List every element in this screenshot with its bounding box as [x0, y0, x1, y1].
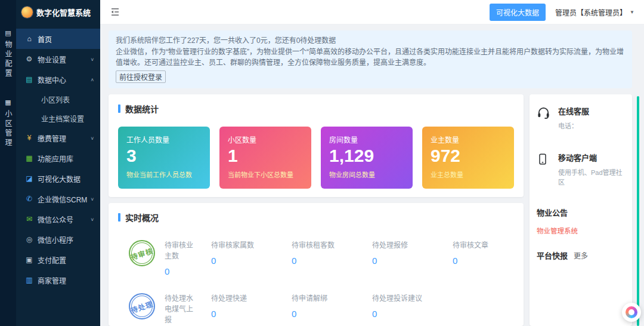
chart-icon: ◪	[24, 174, 35, 183]
top-bar: 可视化大数据 管理员【系统管理员】 ▼	[100, 0, 644, 24]
mobile-client-item[interactable]: 移动客户端 使用手机、Pad管理社区	[537, 152, 625, 186]
chevron-down-icon: ∨	[90, 217, 94, 222]
gear-icon: ⚙	[24, 55, 35, 63]
overview-stat[interactable]: 待审核租客数 0	[292, 240, 372, 266]
app-logo-icon	[21, 7, 33, 18]
banner-line1: 我们系统陪伴您工作了227天，您一共收入了0元，您还有0待处理数据	[116, 35, 625, 47]
more-link[interactable]: 更多	[574, 250, 588, 260]
overview-card: 实时概况 待审核 待审核业主数 0 待审核家属数	[109, 203, 524, 326]
stat-label: 工作人员数量	[126, 134, 202, 144]
online-service-item[interactable]: 在线客服 电话：	[537, 105, 625, 130]
overview-stat[interactable]: 待审核家属数 0	[211, 240, 292, 266]
bigdata-button[interactable]: 可视化大数据	[490, 4, 546, 21]
overview-stat-label: 待申请解绑	[292, 293, 372, 304]
overview-stat-label: 待处理快递	[211, 293, 292, 304]
sidebar-item-merchant-manage[interactable]: ▥ 商家管理	[16, 270, 100, 290]
auth-login-button[interactable]: 前往授权登录	[116, 70, 166, 83]
miniprogram-icon: ◎	[24, 235, 35, 244]
overview-stat-value: 0	[372, 309, 453, 319]
stat-value: 1,129	[329, 146, 404, 167]
sidebar-item-data-center[interactable]: ▤ 数据中心 ∧	[16, 69, 100, 90]
app-window: ▤ 物业配置 ▦ 小区管理 数字化智慧系统 ⌂ 首页 ⚙ 物业设置 ∨ ▤	[0, 0, 644, 326]
stats-card: 数据统计 工作人员数量 3 物业当前工作人员总数 小区数量 1 当	[109, 94, 524, 197]
chevron-up-icon: ∧	[90, 77, 94, 82]
main-area: 可视化大数据 管理员【系统管理员】 ▼ 我们系统陪伴您工作了227天，您一共收入…	[100, 0, 644, 326]
rail-item-community-manage[interactable]: ▦ 小区管理	[3, 99, 13, 148]
overview-row-pending-review: 待审核 待审核业主数 0 待审核家属数 0 待审核租客数	[118, 240, 514, 276]
stat-label: 房间数量	[329, 134, 404, 144]
headset-icon	[537, 105, 551, 121]
sidebar-item-label: 可视化大数据	[38, 174, 80, 184]
mobile-phone-icon	[537, 152, 551, 168]
collapse-sidebar-button[interactable]	[110, 7, 120, 17]
overview-stat[interactable]: 待审核业主数 0	[165, 240, 196, 276]
stamp-text: 待审核	[129, 245, 154, 262]
sidebar-item-label: 首页	[38, 34, 52, 44]
apps-grid-icon: ▦	[24, 154, 35, 162]
user-menu[interactable]: 管理员【系统管理员】 ▼	[555, 7, 634, 17]
overview-stat-label: 待审核文章	[453, 240, 524, 251]
overview-stat[interactable]: 待处理投诉建议 0	[372, 293, 453, 319]
stat-card-staff[interactable]: 工作人员数量 3 物业当前工作人员总数	[118, 127, 210, 189]
chevron-down-icon: ∨	[90, 57, 94, 62]
pending-handle-stamp-icon: 待处理	[129, 293, 155, 319]
chevron-down-icon: ▼	[630, 10, 634, 15]
overview-stat-value: 0	[372, 256, 453, 266]
overview-stat-value: 0	[165, 266, 196, 276]
title-accent-bar	[118, 104, 120, 113]
sidebar-item-pay-config[interactable]: ▣ 支付配置	[16, 250, 100, 270]
rail-item-property-config[interactable]: ▤ 物业配置	[3, 30, 13, 79]
scrollbar-thumb[interactable]	[637, 96, 639, 326]
dashboard-left-column: 数据统计 工作人员数量 3 物业当前工作人员总数 小区数量 1 当	[109, 94, 524, 326]
section-title-text: 实时概况	[125, 211, 159, 223]
title-accent-bar	[118, 213, 120, 222]
online-service-phone: 电话：	[558, 121, 589, 130]
overview-stat[interactable]: 待处理快递 0	[211, 293, 292, 319]
sidebar: 数字化智慧系统 ⌂ 首页 ⚙ 物业设置 ∨ ▤ 数据中心 ∧ 小区列表 业主档案…	[16, 0, 100, 326]
sidebar-item-bigdata-visual[interactable]: ◪ 可视化大数据	[16, 168, 100, 189]
stat-card-owners[interactable]: 业主数量 972 业主总数量	[422, 127, 514, 189]
property-notice-heading: 物业公告	[537, 207, 625, 218]
stat-cards: 工作人员数量 3 物业当前工作人员总数 小区数量 1 当前物业下小区总数量 房间…	[118, 127, 514, 189]
chevron-down-icon: ∨	[90, 136, 94, 141]
online-service-text: 在线客服 电话：	[558, 105, 589, 130]
wechat-icon: ✉	[24, 215, 35, 223]
stat-value: 3	[126, 146, 202, 167]
sidebar-subitem-owner-archive[interactable]: 业主档案设置	[16, 109, 100, 128]
sidebar-item-label: 微信公众号	[38, 214, 73, 224]
sidebar-item-label: 微信小程序	[38, 235, 73, 245]
stat-value: 1	[228, 146, 303, 167]
overview-stat[interactable]: 待审核文章 0	[453, 240, 524, 266]
floating-service-button[interactable]	[622, 303, 641, 322]
sidebar-item-label: 支付配置	[38, 255, 66, 265]
sidebar-subitem-community-list[interactable]: 小区列表	[16, 90, 100, 109]
overview-stat[interactable]: 待处理水电煤气上报 0	[165, 293, 196, 326]
overview-stat[interactable]: 待处理报修 0	[372, 240, 453, 266]
stamp-text: 待处理	[129, 298, 154, 315]
sidebar-item-label: 数据中心	[38, 75, 66, 85]
stat-card-rooms[interactable]: 房间数量 1,129 物业房间总数量	[321, 127, 413, 189]
right-panel: 在线客服 电话：	[530, 94, 632, 326]
stat-card-communities[interactable]: 小区数量 1 当前物业下小区总数量	[219, 127, 311, 189]
mobile-client-text: 移动客户端 使用手机、Pad管理社区	[558, 152, 625, 186]
property-config-icon: ▤	[5, 30, 11, 36]
mobile-client-subtitle: 使用手机、Pad管理社区	[558, 167, 625, 186]
stat-label: 业主数量	[431, 134, 506, 144]
sidebar-item-label: 物业设置	[38, 54, 66, 64]
sidebar-item-property-settings[interactable]: ⚙ 物业设置 ∨	[16, 49, 100, 69]
property-notice-link[interactable]: 物业管理系统	[537, 226, 578, 235]
sidebar-item-label: 功能应用库	[38, 153, 73, 164]
app-logo-row: 数字化智慧系统	[16, 0, 100, 24]
sidebar-item-wechat-official[interactable]: ✉ 微信公众号 ∨	[16, 209, 100, 229]
overview-stat-label: 待审核业主数	[165, 240, 196, 262]
sidebar-item-home[interactable]: ⌂ 首页	[16, 29, 100, 49]
rail-item-label: 小区管理	[3, 110, 13, 148]
sidebar-item-app-library[interactable]: ▦ 功能应用库	[16, 148, 100, 168]
overview-stat[interactable]: 待申请解绑 0	[292, 293, 372, 319]
overview-stat-label: 待审核家属数	[211, 240, 292, 251]
sidebar-item-wecom-scrm[interactable]: ✆ 企业微信SCRM ∨	[16, 189, 100, 209]
sidebar-item-payment-manage[interactable]: ¥ 缴费管理 ∨	[16, 128, 100, 148]
overview-section-title: 实时概况	[118, 211, 514, 223]
sidebar-item-miniprogram[interactable]: ◎ 微信小程序	[16, 229, 100, 250]
overview-stat-value: 0	[211, 309, 292, 319]
